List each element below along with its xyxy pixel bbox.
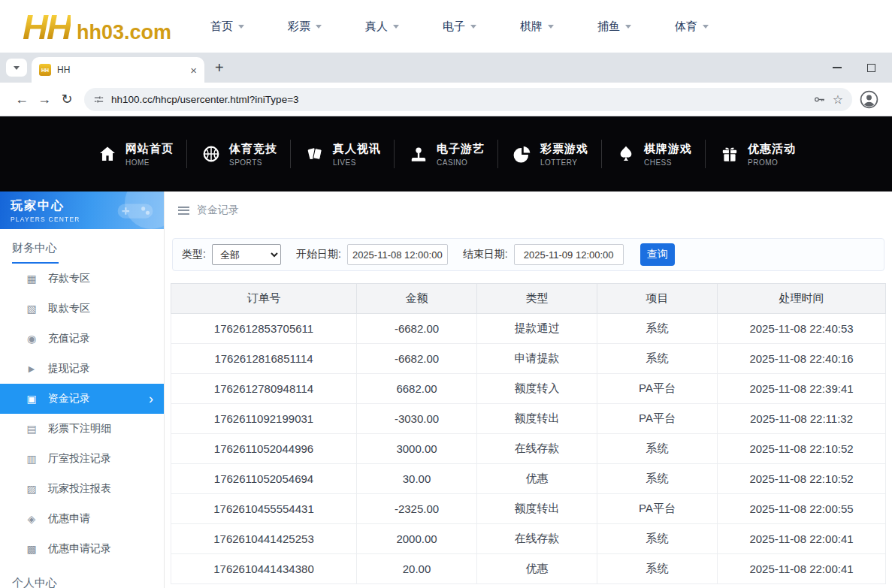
site-nav-label: 捕鱼 xyxy=(597,20,620,34)
main-nav-text: 电子游艺CASINO xyxy=(437,142,485,167)
table-cell: 2025-11-08 22:00:41 xyxy=(718,524,886,554)
site-nav-item-6[interactable]: 捕鱼 xyxy=(597,20,631,34)
forward-button[interactable]: → xyxy=(33,88,56,110)
sidebar-item-promo-apply-records[interactable]: ▩优惠申请记录› xyxy=(0,534,164,564)
main-nav-label-zh: 体育竞技 xyxy=(229,142,277,156)
table-cell: 系统 xyxy=(597,524,718,554)
bookmark-star-icon[interactable]: ☆ xyxy=(833,92,843,107)
table-cell: 2025-11-08 22:40:53 xyxy=(718,314,886,344)
site-nav-item-5[interactable]: 棋牌 xyxy=(520,20,554,34)
chevron-down-icon xyxy=(14,66,20,70)
sidebar-item-deposit[interactable]: ▦存款专区› xyxy=(0,264,164,294)
main-nav-item-lives[interactable]: 真人视讯LIVES xyxy=(291,142,394,167)
table-cell: 系统 xyxy=(597,314,718,344)
table-cell: 在线存款 xyxy=(477,524,597,554)
table-cell: 3000.00 xyxy=(357,434,477,464)
main-nav-item-lottery[interactable]: 彩票游戏LOTTERY xyxy=(498,142,601,167)
table-cell: PA平台 xyxy=(597,494,718,524)
table-cell: 1762611052054694 xyxy=(171,464,357,494)
table-cell: 1762610441434380 xyxy=(171,554,357,584)
site-nav-item-4[interactable]: 电子 xyxy=(443,20,476,34)
table-head-row: 订单号金额类型项目处理时间 xyxy=(171,284,886,314)
end-date-input[interactable] xyxy=(514,244,624,265)
bet-report-icon: ▨ xyxy=(26,483,38,495)
table-cell: 1762611092199031 xyxy=(171,404,357,434)
back-button[interactable]: ← xyxy=(11,88,33,110)
table-row: 17626110520449963000.00在线存款系统2025-11-08 … xyxy=(171,434,886,464)
main-nav-text: 真人视讯LIVES xyxy=(333,142,381,167)
site-logo[interactable]: HH hh03.com xyxy=(23,6,171,47)
table-cell: -6682.00 xyxy=(357,314,477,344)
type-select[interactable]: 全部 xyxy=(212,244,281,265)
reload-button[interactable]: ↻ xyxy=(56,88,78,110)
window-minimize-button[interactable] xyxy=(833,67,842,68)
sidebar-item-player-bet-report[interactable]: ▨玩家投注报表› xyxy=(0,474,164,504)
table-row: 17626104414252532000.00在线存款系统2025-11-08 … xyxy=(171,524,886,554)
breadcrumb: 资金记录 xyxy=(171,191,886,229)
main-nav-text: 体育竞技SPORTS xyxy=(229,142,277,167)
table-cell: 优惠 xyxy=(477,464,597,494)
sidebar-item-withdraw[interactable]: ▧取款专区› xyxy=(0,294,164,324)
table-cell: 额度转出 xyxy=(477,404,597,434)
tab-title: HH xyxy=(57,65,184,75)
start-date-input[interactable] xyxy=(347,244,448,265)
main-nav-item-promo[interactable]: 优惠活动PROMO xyxy=(706,142,809,167)
lottery-bets-icon: ▤ xyxy=(26,423,38,435)
search-button[interactable]: 查询 xyxy=(640,243,675,266)
main-nav-item-sports[interactable]: 体育竞技SPORTS xyxy=(187,142,290,167)
table-cell: 1762611052044996 xyxy=(171,434,357,464)
sidebar-item-label: 玩家投注报表 xyxy=(48,482,111,496)
sidebar-item-funds-records[interactable]: ▣资金记录› xyxy=(0,384,164,414)
site-info-icon[interactable] xyxy=(93,94,104,105)
address-bar[interactable]: hh100.cc/hhcp/usercenter.html?iniType=3 … xyxy=(84,88,852,111)
table-cell: 申请提款 xyxy=(477,344,597,374)
profile-avatar-icon[interactable] xyxy=(860,90,878,109)
tab-close-icon[interactable]: × xyxy=(190,64,197,77)
chevron-down-icon xyxy=(393,25,399,29)
new-tab-button[interactable]: + xyxy=(215,59,224,77)
window-maximize-button[interactable] xyxy=(867,64,875,72)
gamepad-icon xyxy=(114,198,156,226)
site-nav-item-7[interactable]: 体育 xyxy=(675,20,709,34)
password-key-icon[interactable] xyxy=(813,93,826,106)
table-cell: 2025-11-08 22:10:52 xyxy=(718,434,886,464)
table-row: 176261044143438020.00优惠系统2025-11-08 22:0… xyxy=(171,554,886,584)
site-nav-item-1[interactable]: 首页 xyxy=(210,20,244,34)
sidebar-item-promo-apply[interactable]: ◈优惠申请› xyxy=(0,504,164,534)
table-cell: 1762612780948114 xyxy=(171,374,357,404)
main-nav-item-chess[interactable]: 棋牌游戏CHESS xyxy=(602,142,705,167)
browser-tab[interactable]: HH HH × xyxy=(32,57,204,83)
main-nav-label-zh: 电子游艺 xyxy=(437,142,485,156)
tab-search-button[interactable] xyxy=(6,59,27,77)
main-nav-item-home[interactable]: 网站首页HOME xyxy=(83,142,186,167)
sports-icon xyxy=(200,143,222,165)
sidebar-item-label: 优惠申请记录 xyxy=(48,542,111,556)
column-header: 类型 xyxy=(477,284,597,314)
chevron-down-icon xyxy=(316,25,322,29)
main-nav-item-casino[interactable]: 电子游艺CASINO xyxy=(395,142,497,167)
window-controls xyxy=(833,53,875,83)
site-nav-label: 彩票 xyxy=(288,20,310,34)
chevron-right-icon: › xyxy=(149,391,153,407)
sidebar-item-hall-bet-records[interactable]: ▥厅室投注记录› xyxy=(0,444,164,474)
sidebar-item-recharge-records[interactable]: ◉充值记录› xyxy=(0,324,164,354)
sidebar-item-label: 提现记录 xyxy=(48,362,90,375)
site-nav-label: 体育 xyxy=(675,20,697,34)
home-icon xyxy=(96,143,119,165)
main-nav-text: 彩票游戏LOTTERY xyxy=(540,142,588,167)
sidebar-item-label: 资金记录 xyxy=(48,392,90,406)
logo-text: HH xyxy=(23,6,71,47)
table-cell: -6682.00 xyxy=(357,344,477,374)
funds-records-table: 订单号金额类型项目处理时间 1762612853705611-6682.00提款… xyxy=(171,283,886,584)
site-nav-label: 棋牌 xyxy=(520,20,543,34)
sidebar-item-lottery-bet-details[interactable]: ▤彩票下注明细› xyxy=(0,414,164,444)
site-nav-item-2[interactable]: 彩票 xyxy=(288,20,322,34)
logo-domain: hh03.com xyxy=(77,21,171,44)
filter-panel: 类型: 全部 开始日期: 结束日期: 查询 xyxy=(172,238,884,271)
chess-icon xyxy=(615,143,637,165)
sidebar-item-withdrawal-records[interactable]: ►提现记录› xyxy=(0,354,164,384)
promo-record-icon: ▩ xyxy=(26,543,38,555)
recharge-record-icon: ◉ xyxy=(26,333,38,345)
promo-icon xyxy=(718,143,741,165)
site-nav-item-3[interactable]: 真人 xyxy=(365,20,399,34)
